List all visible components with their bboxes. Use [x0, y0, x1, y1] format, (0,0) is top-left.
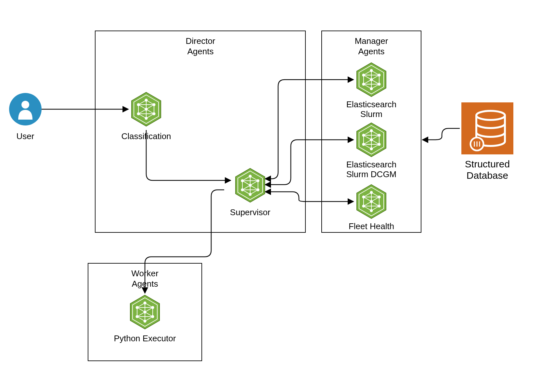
agent-icon: [357, 123, 386, 157]
edge-supervisor-fleet-health: [265, 192, 354, 202]
fleet-health-label: Fleet Health: [349, 221, 394, 231]
supervisor-label: Supervisor: [230, 207, 271, 217]
user-icon: [9, 93, 42, 125]
classification-label: Classification: [121, 131, 171, 141]
classification-node: [132, 92, 161, 126]
structured-database-node: [461, 102, 513, 154]
manager-title-l2: Agents: [358, 46, 385, 56]
database-label-l2: Database: [467, 170, 508, 181]
agent-icon: [236, 168, 265, 202]
supervisor-node: [236, 168, 265, 202]
database-label-l1: Structured: [465, 159, 510, 169]
python-executor-node: [130, 295, 160, 329]
es-slurm-dcgm-node: [357, 123, 386, 157]
es-slurm-node: [357, 63, 386, 97]
director-title-l1: Director: [186, 36, 215, 46]
agent-icon: [357, 63, 386, 97]
es-slurm-dcgm-label-l2: Slurm DCGM: [346, 169, 397, 179]
python-executor-label: Python Executor: [114, 333, 176, 343]
architecture-diagram: Director Agents Manager Agents Worker Ag…: [0, 0, 540, 392]
es-slurm-label-l2: Slurm: [360, 109, 382, 119]
es-slurm-label-l1: Elasticsearch: [346, 99, 397, 109]
agent-icon: [132, 92, 161, 126]
agent-icon: [130, 295, 160, 329]
user-label: User: [17, 131, 34, 141]
agent-icon: [357, 185, 386, 218]
edge-supervisor-es-slurm: [265, 80, 354, 179]
es-slurm-dcgm-label-l1: Elasticsearch: [346, 160, 397, 169]
user-node: [9, 93, 42, 125]
svg-point-23: [21, 101, 29, 109]
fleet-health-node: [357, 185, 386, 218]
edge-database-to-managers: [422, 128, 460, 140]
svg-point-24: [476, 111, 505, 120]
director-title-l2: Agents: [187, 46, 214, 56]
manager-title-l1: Manager: [355, 36, 388, 46]
